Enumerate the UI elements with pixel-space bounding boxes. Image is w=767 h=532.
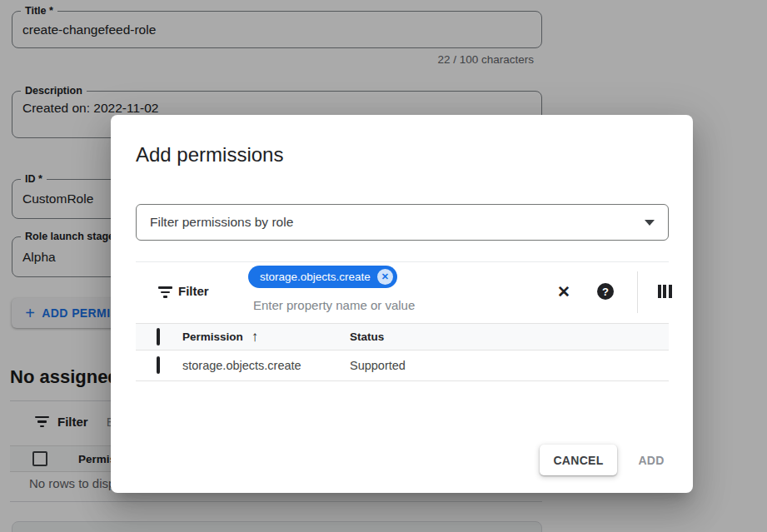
sort-ascending-icon[interactable]: ↑ bbox=[252, 330, 259, 344]
toolbar-filter-label: Filter bbox=[178, 284, 209, 298]
cancel-button[interactable]: CANCEL bbox=[540, 445, 617, 475]
row-status-cell: Supported bbox=[350, 359, 669, 372]
filter-icon bbox=[158, 286, 172, 298]
permissions-table: Filter storage.objects.create ✕ ✕ ? Perm… bbox=[136, 261, 669, 381]
row-checkbox[interactable] bbox=[157, 356, 160, 374]
table-header-row: Permission ↑ Status bbox=[136, 323, 669, 351]
select-all-checkbox[interactable] bbox=[157, 328, 160, 346]
filter-input[interactable] bbox=[253, 296, 528, 314]
row-permission-cell: storage.objects.create bbox=[182, 359, 350, 372]
column-display-icon[interactable] bbox=[653, 280, 676, 303]
filter-permissions-by-role-select[interactable]: Filter permissions by role bbox=[136, 204, 669, 241]
role-select-placeholder: Filter permissions by role bbox=[150, 215, 293, 230]
filter-chip-label: storage.objects.create bbox=[260, 271, 371, 283]
add-button[interactable]: ADD bbox=[625, 445, 677, 475]
chevron-down-icon bbox=[645, 220, 655, 226]
filter-chip[interactable]: storage.objects.create ✕ bbox=[248, 266, 397, 288]
add-permissions-dialog: Add permissions Filter permissions by ro… bbox=[111, 115, 693, 493]
clear-filters-icon[interactable]: ✕ bbox=[552, 280, 575, 303]
column-header-status: Status bbox=[350, 331, 669, 343]
remove-chip-icon[interactable]: ✕ bbox=[377, 269, 393, 285]
help-icon[interactable]: ? bbox=[594, 280, 617, 303]
dialog-title: Add permissions bbox=[136, 143, 283, 167]
toolbar-divider bbox=[637, 271, 638, 313]
column-header-permission[interactable]: Permission ↑ bbox=[182, 330, 350, 344]
table-row[interactable]: storage.objects.create Supported bbox=[136, 351, 669, 381]
table-filter-toolbar: Filter storage.objects.create ✕ ✕ ? bbox=[136, 261, 669, 323]
